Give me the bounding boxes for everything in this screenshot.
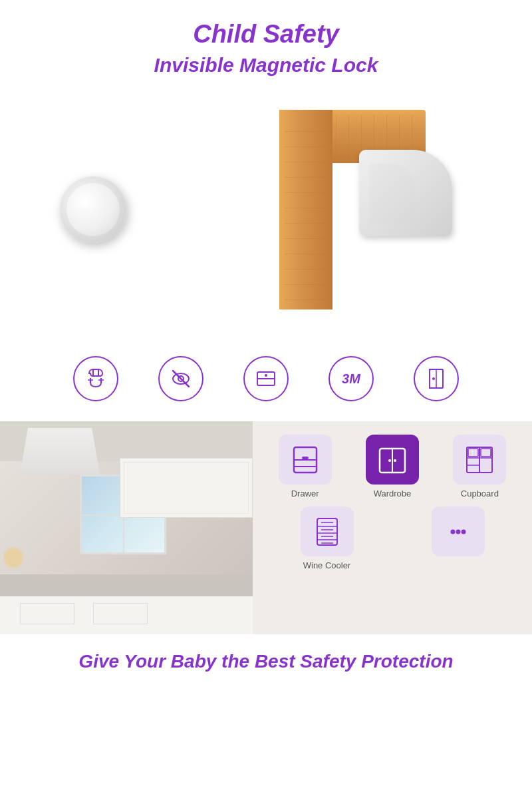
lock-piece [359, 150, 452, 236]
kitchen-counter [0, 574, 253, 594]
wood-vertical [279, 110, 332, 309]
use-case-drawer: Drawer [266, 435, 344, 498]
use-case-wine-cooler: Wine Cooler [266, 506, 388, 570]
footer: Give Your Baby the Best Safety Protectio… [0, 634, 532, 689]
lock-body [359, 150, 466, 256]
kitchen-photo [0, 421, 253, 634]
product-image-area [0, 90, 532, 343]
footer-text: Give Your Baby the Best Safety Protectio… [13, 651, 519, 672]
drawer-icon-box [279, 435, 332, 485]
magnet-key [60, 176, 126, 243]
svg-point-37 [450, 529, 455, 534]
header-section: Child Safety Invisible Magnetic Lock [0, 0, 532, 90]
svg-point-21 [394, 459, 396, 462]
svg-rect-13 [436, 369, 443, 388]
wardrobe-icon-box [366, 435, 419, 485]
svg-point-9 [265, 374, 267, 377]
wine-cooler-icon-box [301, 506, 354, 556]
svg-rect-17 [302, 457, 309, 459]
use-cases-panel: Drawer Wardrobe [253, 421, 532, 634]
svg-rect-27 [468, 449, 478, 457]
kitchen-scene [0, 421, 253, 634]
svg-point-20 [388, 459, 391, 462]
cupboard-icon-box [453, 435, 506, 485]
wardrobe-label: Wardrobe [374, 489, 412, 498]
use-case-more [397, 506, 519, 570]
door-icon [414, 356, 459, 401]
bottom-section: Drawer Wardrobe [0, 421, 532, 634]
use-case-wardrobe: Wardrobe [353, 435, 431, 498]
kitchen-flowers [3, 541, 23, 574]
icons-strip: 3M [0, 343, 532, 421]
magnet-circle [60, 176, 126, 243]
use-case-cupboard: Cupboard [441, 435, 519, 498]
title-sub: Invisible Magnetic Lock [13, 54, 519, 77]
svg-rect-28 [481, 449, 491, 457]
page-wrapper: Child Safety Invisible Magnetic Lock [0, 0, 532, 689]
svg-point-39 [461, 529, 466, 534]
use-cases-grid-top: Drawer Wardrobe [266, 435, 519, 498]
drawer-feature-icon [243, 356, 289, 401]
cupboard-label: Cupboard [461, 489, 499, 498]
wine-cooler-label: Wine Cooler [303, 560, 351, 570]
drawer-label: Drawer [291, 489, 319, 498]
svg-point-12 [432, 377, 435, 380]
more-icon-box [432, 506, 485, 556]
3m-label: 3M [342, 371, 360, 387]
use-cases-grid-bottom: Wine Cooler [266, 506, 519, 570]
kitchen-cabinet-bottom [0, 594, 253, 634]
3m-icon: 3M [329, 356, 374, 401]
magnet-icon [73, 356, 118, 401]
kitchen-cabinet-top [120, 458, 253, 518]
kitchen-hood [20, 428, 100, 475]
invisible-icon [158, 356, 203, 401]
title-main: Child Safety [13, 20, 519, 49]
svg-point-38 [456, 529, 460, 534]
